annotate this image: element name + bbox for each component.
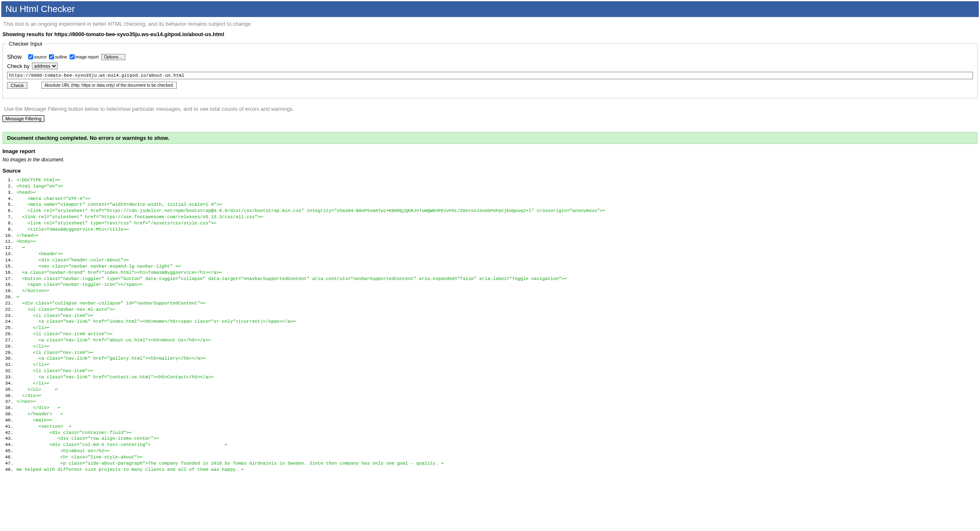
line-number: 47. (2, 460, 13, 467)
line-code: </header> ↩ (17, 411, 63, 417)
line-code: <section> ↩ (17, 424, 71, 430)
url-tooltip: Absolute URL (http, https or data only) … (41, 82, 177, 89)
line-number: 22. (2, 307, 13, 313)
show-label: Show (7, 54, 22, 60)
line-code: <title>Tomas&Byggservice-MS1</title>↩ (17, 227, 129, 233)
source-line: 26. <li class="nav-item active">↩ (2, 331, 978, 337)
line-code: <link rel="stylesheet" href="https://use… (17, 214, 263, 220)
line-number: 28. (2, 343, 13, 350)
line-number: 41. (2, 424, 13, 430)
line-code: <ul class="navbar-nav ml-auto">↩ (17, 307, 115, 313)
success-message: Document checking completed. No errors o… (2, 132, 978, 144)
options-button[interactable]: Options… (101, 54, 125, 60)
source-line: 33. <a class="nav-link" href="contact-us… (2, 374, 978, 380)
intro-text: This tool is an ongoing experiment in be… (0, 18, 980, 29)
checkby-label: Check by (7, 63, 29, 69)
line-number: 11. (2, 239, 13, 245)
line-code: <a class="nav-link" href="about-us.html"… (17, 337, 211, 343)
line-code: </nav>↩ (17, 399, 36, 405)
line-code: </li>↩ (17, 343, 49, 350)
app-title: Nu Html Checker (5, 4, 975, 15)
line-number: 21. (2, 300, 13, 307)
line-number: 26. (2, 331, 13, 337)
line-number: 8. (2, 220, 13, 227)
checker-legend: Checker Input (7, 41, 44, 47)
source-line: 7. <link rel="stylesheet" href="https://… (2, 214, 978, 220)
line-number: 4. (2, 196, 13, 202)
line-number: 16. (2, 270, 13, 276)
image-report-checkbox[interactable] (70, 54, 75, 59)
source-line: 24. <a class="nav-link" href="index.html… (2, 319, 978, 325)
source-line: 25. </li>↩ (2, 325, 978, 331)
line-code: <link rel="stylesheet" type="text/css" h… (17, 220, 216, 227)
line-code: <body>↩ (17, 239, 36, 245)
line-code: </li>↩ (17, 325, 49, 331)
line-number: 9. (2, 227, 13, 233)
source-line: 40. <main>↩ (2, 417, 978, 424)
line-code: <main>↩ (17, 417, 52, 424)
check-button[interactable]: Check (7, 82, 27, 89)
line-code: <a class="navbar-brand" href="index.html… (17, 270, 222, 276)
line-number: 42. (2, 430, 13, 436)
source-line: 39. </header> ↩ (2, 411, 978, 417)
url-input[interactable] (7, 72, 973, 79)
outline-checkbox[interactable] (49, 54, 54, 59)
line-number: 35. (2, 387, 13, 393)
source-line: 21. <div class="collapse navbar-collapse… (2, 300, 978, 307)
line-number: 14. (2, 257, 13, 263)
source-line: 8. <link rel="stylesheet" type="text/css… (2, 220, 978, 227)
line-code: <a class="nav-link" href="index.html"><h… (17, 319, 296, 325)
line-number: 34. (2, 380, 13, 387)
line-code: </div> ↩ (17, 405, 61, 411)
source-line: 28. </li>↩ (2, 343, 978, 350)
source-line: 42. <div class="container-fluid">↩ (2, 430, 978, 436)
source-checkbox[interactable] (28, 54, 33, 59)
line-number: 17. (2, 276, 13, 282)
source-line: 31. </li>↩ (2, 362, 978, 368)
line-number: 32. (2, 368, 13, 374)
source-line: 47. <p class="side-about-paragraph">The … (2, 460, 978, 467)
line-code: <meta charset="UTF-8">↩ (17, 196, 90, 202)
line-number: 45. (2, 448, 13, 454)
source-line: 6. <link rel="stylesheet" href="https://… (2, 208, 978, 214)
line-code: <a class="nav-link" href="gallery.html">… (17, 356, 206, 362)
line-code: <li class="nav-item">↩ (17, 350, 93, 356)
checkby-row: Check by address (7, 63, 973, 69)
line-code: <a class="nav-link" href="contact-us.htm… (17, 374, 214, 380)
source-code-list: 1.<!DOCTYPE html>↩2.<html lang="en">↩3.<… (0, 175, 980, 481)
line-code: <p class="side-about-paragraph">The comp… (17, 460, 444, 467)
line-number: 37. (2, 399, 13, 405)
source-line: 32. <li class="nav-item">↩ (2, 368, 978, 374)
source-line: 4. <meta charset="UTF-8">↩ (2, 196, 978, 202)
source-line: 1.<!DOCTYPE html>↩ (2, 177, 978, 183)
source-line: 27. <a class="nav-link" href="about-us.h… (2, 337, 978, 343)
source-line: 44. <div class="col-md-6 text-centering"… (2, 442, 978, 448)
source-line: 46. <hr class="line-style-about">↩ (2, 454, 978, 460)
source-line: 16. <a class="navbar-brand" href="index.… (2, 270, 978, 276)
line-code: <li class="nav-item">↩ (17, 313, 93, 319)
source-checkbox-wrap: source (28, 54, 46, 59)
line-number: 38. (2, 405, 13, 411)
line-code: <html lang="en">↩ (17, 183, 63, 190)
line-code: <header>↩ (17, 251, 63, 257)
source-line: 43. <div class="row align-items-center">… (2, 436, 978, 442)
no-images-text: No images in the document. (0, 156, 980, 163)
line-code: <span class="navbar-toggler-icon"></span… (17, 282, 143, 288)
line-number: 3. (2, 190, 13, 196)
source-line: 5. <meta name="viewport" content="width=… (2, 202, 978, 208)
checkby-select[interactable]: address (32, 63, 58, 69)
url-row (7, 72, 973, 79)
source-line: 15. <nav class="navbar navbar-expand-lg … (2, 263, 978, 270)
source-line: 9. <title>Tomas&Byggservice-MS1</title>↩ (2, 227, 978, 233)
source-line: 3.<head>↩ (2, 190, 978, 196)
line-number: 23. (2, 313, 13, 319)
line-number: 18. (2, 282, 13, 288)
source-line: 18. <span class="navbar-toggler-icon"></… (2, 282, 978, 288)
source-line: 36. </div>↩ (2, 393, 978, 399)
line-number: 5. (2, 202, 13, 208)
line-code: </li>↩ (17, 380, 49, 387)
line-number: 7. (2, 214, 13, 220)
message-filtering-button[interactable]: Message Filtering (2, 115, 44, 122)
line-code: ↩ (17, 245, 25, 251)
line-code: </li>↩ (17, 362, 49, 368)
